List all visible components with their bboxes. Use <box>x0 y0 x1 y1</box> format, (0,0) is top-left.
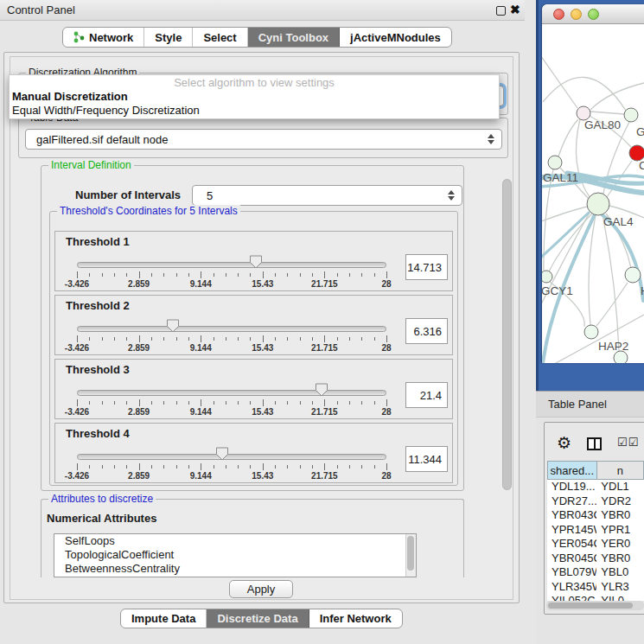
dropdown-hint-item[interactable]: Select algorithm to view settings <box>10 75 499 90</box>
table-hscrollbar-thumb[interactable] <box>548 603 633 609</box>
threshold-value-field[interactable]: 6.316 <box>405 318 448 344</box>
table-cell[interactable]: YPR1 <box>596 523 644 538</box>
table-row[interactable]: YPR145WYPR1 <box>547 523 644 538</box>
dropdown-item-equal-width-frequency-discretization[interactable]: Equal Width/Frequency Discretization <box>10 104 499 118</box>
table-row[interactable]: YIL052CYIL0 <box>547 594 644 601</box>
network-node-gal11[interactable] <box>548 156 562 169</box>
tab-discretize-data[interactable]: Discretize Data <box>207 609 309 628</box>
network-node-gcy1[interactable] <box>542 271 552 283</box>
slider-thumb[interactable] <box>216 447 229 463</box>
apply-button[interactable]: Apply <box>229 580 293 598</box>
combo-stepper-icon <box>488 134 494 144</box>
threshold-label: Threshold 1 <box>66 235 130 248</box>
table-row[interactable]: YBR045CYBR0 <box>547 552 644 566</box>
column-header-shared[interactable]: shared... <box>547 461 597 480</box>
slider-track[interactable] <box>77 390 386 396</box>
table-row[interactable]: YLR345WYLR3 <box>547 580 644 595</box>
threshold-panel-4: Threshold 4-3.4262.8599.14415.4321.71528… <box>54 423 453 483</box>
table-cell[interactable]: YBR0 <box>596 508 644 523</box>
slider-thumb[interactable] <box>249 255 262 271</box>
minimize-traffic-light-icon[interactable] <box>571 9 582 20</box>
number-of-intervals-label: Number of Intervals <box>75 185 181 206</box>
threshold-value-field[interactable]: 21.4 <box>405 382 448 408</box>
table-row[interactable]: YER054CYER0 <box>547 537 644 552</box>
tab-impute-data[interactable]: Impute Data <box>121 609 207 628</box>
table-row[interactable]: YBR043CYBR0 <box>547 508 644 523</box>
close-traffic-light-icon[interactable] <box>553 9 564 20</box>
slider-ticks <box>77 399 386 407</box>
float-window-icon[interactable] <box>496 6 506 16</box>
tab-network[interactable]: Network <box>63 28 144 47</box>
threshold-value-field[interactable]: 14.713 <box>405 254 448 280</box>
network-node-h[interactable] <box>625 267 641 283</box>
numerical-attributes-list[interactable]: SelfLoopsTopologicalCoefficientBetweenne… <box>54 533 417 577</box>
table-cell[interactable]: YIL0 <box>596 594 644 601</box>
node-label: H <box>641 284 644 297</box>
dropdown-item-manual-discretization[interactable]: Manual Discretization <box>10 90 499 104</box>
slider-thumb[interactable] <box>166 319 179 335</box>
tab-label: jActiveMNodules <box>350 31 441 44</box>
network-node-gal4[interactable] <box>587 193 609 215</box>
column-layout-icon[interactable] <box>587 437 602 450</box>
threshold-value-field[interactable]: 11.344 <box>405 446 448 472</box>
network-canvas[interactable]: GAL80GACGAL11GAL4GCY1HHAP2 <box>542 24 644 363</box>
table-row[interactable]: YBL079WYBL0 <box>547 565 644 580</box>
slider-track[interactable] <box>77 454 386 460</box>
table-cell[interactable]: YER054C <box>547 537 596 552</box>
network-node[interactable] <box>614 351 628 363</box>
slider-tick-labels: -3.4262.8599.14415.4321.71528 <box>77 279 386 290</box>
table-cell[interactable]: YER0 <box>596 537 644 552</box>
close-icon[interactable]: ✖ <box>510 3 520 16</box>
attribute-item-selfloops[interactable]: SelfLoops <box>54 534 416 548</box>
gear-icon[interactable]: ⚙ <box>557 433 571 453</box>
slider-track[interactable] <box>77 326 386 332</box>
table-cell[interactable]: YBL0 <box>596 565 644 580</box>
tab-infer-network[interactable]: Infer Network <box>309 609 402 628</box>
table-cell[interactable]: YPR145W <box>547 523 596 538</box>
table-cell[interactable]: YBL079W <box>547 565 596 580</box>
threshold-panel-3: Threshold 3-3.4262.8599.14415.4321.71528… <box>54 359 453 419</box>
network-icon <box>73 31 85 43</box>
slider-thumb[interactable] <box>315 383 328 399</box>
attribute-item-betweennesscentrality[interactable]: BetweennessCentrality <box>54 562 416 576</box>
zoom-traffic-light-icon[interactable] <box>588 9 599 20</box>
tab-jactivemnodules[interactable]: jActiveMNodules <box>340 28 451 47</box>
table-row[interactable]: YDR27...YDR2 <box>547 494 644 509</box>
network-window-titlebar[interactable] <box>542 4 644 24</box>
table-cell[interactable]: YDL1 <box>596 480 644 494</box>
column-header-n[interactable]: n <box>597 461 644 480</box>
table-cell[interactable]: YBR045C <box>547 552 596 566</box>
table-cell[interactable]: YLR345W <box>547 580 596 595</box>
list-scrollbar-thumb[interactable] <box>407 536 414 571</box>
network-node-ga[interactable] <box>624 108 638 122</box>
table-cell[interactable]: YDR2 <box>596 494 644 509</box>
tab-style[interactable]: Style <box>144 28 193 47</box>
slider-track[interactable] <box>77 262 386 268</box>
list-scrollbar-track[interactable] <box>405 534 416 577</box>
tab-cyni-toolbox[interactable]: Cyni Toolbox <box>248 28 340 47</box>
table-cell[interactable]: YLR3 <box>596 580 644 595</box>
panel-scrollbar-thumb[interactable] <box>502 179 512 490</box>
checkbox-icons[interactable]: ☑☑ <box>617 436 639 449</box>
table-cell[interactable]: YBR0 <box>596 552 644 566</box>
combo-stepper-icon <box>448 190 455 201</box>
table-cell[interactable]: YDL19... <box>547 480 596 494</box>
table-row[interactable]: YDL19...YDL1 <box>547 480 644 494</box>
table-cell[interactable]: YBR043C <box>547 508 596 523</box>
tab-label: Infer Network <box>320 612 392 625</box>
table-data-combo[interactable]: galFiltered.sif default node <box>25 129 502 150</box>
control-panel-title: Control Panel <box>7 3 75 16</box>
screenshot-root: Control Panel ✖ NetworkStyleSelectCyni T… <box>0 0 644 644</box>
network-node-hap2[interactable] <box>584 325 598 339</box>
table-panel-title: Table Panel <box>548 398 607 411</box>
table-data-combo-value: galFiltered.sif default node <box>36 133 488 146</box>
tab-label: Select <box>203 31 236 44</box>
attribute-item-topologicalcoefficient[interactable]: TopologicalCoefficient <box>54 548 416 562</box>
interval-definition-title: Interval Definition <box>48 159 134 171</box>
tab-select[interactable]: Select <box>193 28 247 47</box>
number-of-intervals-combo[interactable]: 5 <box>192 185 462 206</box>
node-label: GAL11 <box>543 171 578 184</box>
table-cell[interactable]: YIL052C <box>547 594 596 601</box>
table-cell[interactable]: YDR27... <box>547 494 596 509</box>
node-attribute-table[interactable]: shared...nYDL19...YDL1YDR27...YDR2YBR043… <box>547 461 644 601</box>
